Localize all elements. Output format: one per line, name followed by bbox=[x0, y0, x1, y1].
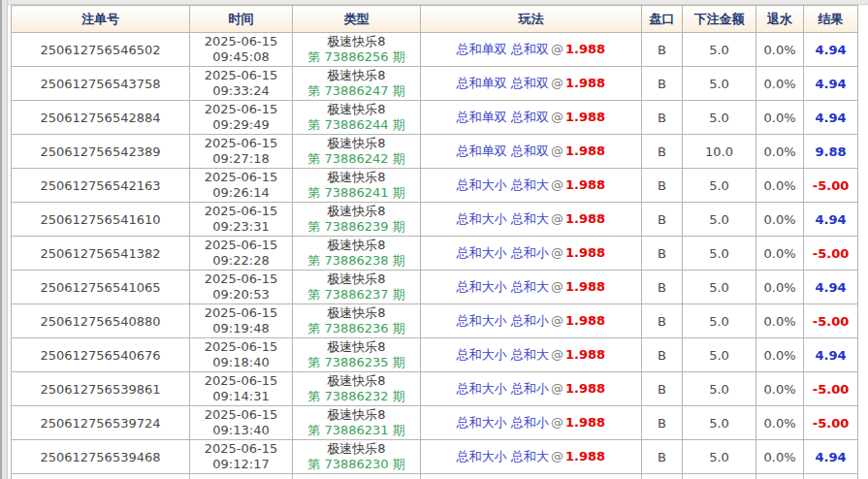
cell-play: 总和单双 总和双@1.988 bbox=[421, 101, 642, 135]
cell-time: 2025-06-15 bbox=[190, 474, 293, 479]
cell-time: 2025-06-15 09:29:49 bbox=[190, 101, 293, 135]
cell-market: B bbox=[642, 203, 683, 237]
cell-rebate: 0.0% bbox=[756, 338, 804, 372]
cell-rebate: 0.0% bbox=[756, 203, 804, 237]
cell-order-id: 250612756540880 bbox=[12, 304, 190, 338]
bet-date: 2025-06-15 bbox=[190, 102, 292, 117]
game-name: 极速快乐8 bbox=[293, 102, 420, 117]
cell-order-id bbox=[12, 474, 190, 479]
cell-time: 2025-06-15 09:22:28 bbox=[190, 237, 293, 271]
col-header-play: 玩法 bbox=[421, 6, 642, 33]
bet-time: 09:45:08 bbox=[190, 49, 292, 65]
cell-type: 极速快乐8 第 73886256 期 bbox=[293, 33, 421, 67]
bet-time: 09:18:40 bbox=[190, 355, 292, 370]
table-row: 250612756546502 2025-06-15 09:45:08 极速快乐… bbox=[12, 33, 858, 67]
result-value: 4.94 bbox=[815, 280, 846, 295]
odds-value: 1.988 bbox=[565, 144, 605, 158]
cell-rebate: 0.0% bbox=[756, 33, 804, 67]
cell-result: -5.00 bbox=[804, 372, 858, 406]
bet-date: 2025-06-15 bbox=[190, 441, 292, 457]
cell-amount bbox=[683, 474, 756, 479]
bet-time: 09:29:49 bbox=[190, 117, 292, 133]
table-row: 2025-06-15 极速快乐8 bbox=[12, 474, 858, 479]
cell-market: B bbox=[642, 406, 683, 440]
cell-order-id: 250612756541610 bbox=[12, 203, 190, 237]
cell-result: -5.00 bbox=[804, 304, 858, 338]
cell-type: 极速快乐8 第 73886247 期 bbox=[293, 67, 421, 101]
cell-market: B bbox=[642, 67, 683, 101]
at-sign: @ bbox=[549, 347, 565, 362]
game-name: 极速快乐8 bbox=[293, 68, 420, 83]
cell-type: 极速快乐8 第 73886231 期 bbox=[293, 406, 421, 440]
game-name: 极速快乐8 bbox=[293, 34, 420, 49]
cell-type: 极速快乐8 第 73886236 期 bbox=[293, 304, 421, 338]
cell-time: 2025-06-15 09:18:40 bbox=[190, 338, 293, 372]
cell-play: 总和大小 总和大@1.988 bbox=[421, 169, 642, 203]
game-name: 极速快乐8 bbox=[293, 204, 420, 219]
odds-value: 1.988 bbox=[565, 211, 605, 226]
play-selection: 总和大小 总和大 bbox=[457, 211, 549, 226]
cell-order-id: 250612756542884 bbox=[12, 101, 190, 135]
odds-value: 1.988 bbox=[565, 177, 605, 192]
issue-number: 第 73886256 期 bbox=[293, 49, 420, 65]
header-row: 注单号 时间 类型 玩法 盘口 下注金额 退水 结果 bbox=[12, 6, 858, 33]
result-value: 4.94 bbox=[815, 111, 846, 125]
cell-play: 总和单双 总和双@1.988 bbox=[421, 33, 642, 67]
result-value: -5.00 bbox=[813, 382, 849, 397]
cell-market bbox=[642, 474, 683, 479]
issue-number: 第 73886237 期 bbox=[293, 287, 420, 303]
col-header-type: 类型 bbox=[293, 6, 421, 33]
table-row: 250612756542163 2025-06-15 09:26:14 极速快乐… bbox=[12, 169, 858, 203]
at-sign: @ bbox=[549, 110, 565, 124]
issue-number: 第 73886247 期 bbox=[293, 83, 420, 99]
result-value: 4.94 bbox=[815, 348, 846, 363]
result-value: -5.00 bbox=[813, 178, 849, 193]
cell-time: 2025-06-15 09:12:17 bbox=[190, 440, 293, 474]
cell-rebate: 0.0% bbox=[756, 271, 804, 304]
cell-order-id: 250612756541065 bbox=[12, 271, 190, 304]
play-selection: 总和大小 总和大 bbox=[457, 449, 549, 463]
bet-time: 09:13:40 bbox=[190, 423, 292, 438]
at-sign: @ bbox=[549, 279, 565, 294]
cell-result: -5.00 bbox=[804, 237, 858, 271]
cell-time: 2025-06-15 09:33:24 bbox=[190, 67, 293, 101]
issue-number: 第 73886238 期 bbox=[293, 253, 420, 269]
issue-number: 第 73886232 期 bbox=[293, 389, 420, 404]
bet-time: 09:22:28 bbox=[190, 253, 292, 269]
cell-rebate: 0.0% bbox=[756, 440, 804, 474]
cell-type: 极速快乐8 第 73886230 期 bbox=[293, 440, 421, 474]
play-selection: 总和大小 总和大 bbox=[457, 347, 549, 362]
cell-order-id: 250612756539468 bbox=[12, 440, 190, 474]
cell-amount: 5.0 bbox=[683, 237, 756, 271]
at-sign: @ bbox=[549, 211, 565, 226]
table-row: 250612756541065 2025-06-15 09:20:53 极速快乐… bbox=[12, 271, 858, 304]
play-selection: 总和大小 总和小 bbox=[457, 415, 549, 430]
cell-time: 2025-06-15 09:20:53 bbox=[190, 271, 293, 304]
table-row: 250612756542884 2025-06-15 09:29:49 极速快乐… bbox=[12, 101, 858, 135]
cell-result: 4.94 bbox=[804, 440, 858, 474]
cell-time: 2025-06-15 09:14:31 bbox=[190, 372, 293, 406]
bet-date: 2025-06-15 bbox=[190, 407, 292, 423]
cell-rebate: 0.0% bbox=[756, 304, 804, 338]
issue-number: 第 73886241 期 bbox=[293, 185, 420, 201]
play-selection: 总和大小 总和大 bbox=[457, 177, 549, 192]
bet-date: 2025-06-15 bbox=[190, 34, 292, 49]
table-body: 250612756546502 2025-06-15 09:45:08 极速快乐… bbox=[12, 33, 858, 479]
cell-amount: 5.0 bbox=[683, 169, 756, 203]
odds-value: 1.988 bbox=[565, 313, 605, 328]
cell-type: 极速快乐8 第 73886244 期 bbox=[293, 101, 421, 135]
cell-rebate: 0.0% bbox=[756, 101, 804, 135]
cell-result: 9.88 bbox=[804, 135, 858, 169]
cell-amount: 5.0 bbox=[683, 372, 756, 406]
bet-time: 09:19:48 bbox=[190, 321, 292, 336]
odds-value: 1.988 bbox=[565, 415, 605, 430]
cell-amount: 5.0 bbox=[683, 406, 756, 440]
game-name: 极速快乐8 bbox=[293, 441, 420, 457]
cell-time: 2025-06-15 09:13:40 bbox=[190, 406, 293, 440]
cell-result: 4.94 bbox=[804, 33, 858, 67]
issue-number: 第 73886239 期 bbox=[293, 219, 420, 235]
cell-rebate: 0.0% bbox=[756, 372, 804, 406]
cell-type: 极速快乐8 第 73886237 期 bbox=[293, 271, 421, 304]
cell-type: 极速快乐8 第 73886232 期 bbox=[293, 372, 421, 406]
cell-time: 2025-06-15 09:45:08 bbox=[190, 33, 293, 67]
